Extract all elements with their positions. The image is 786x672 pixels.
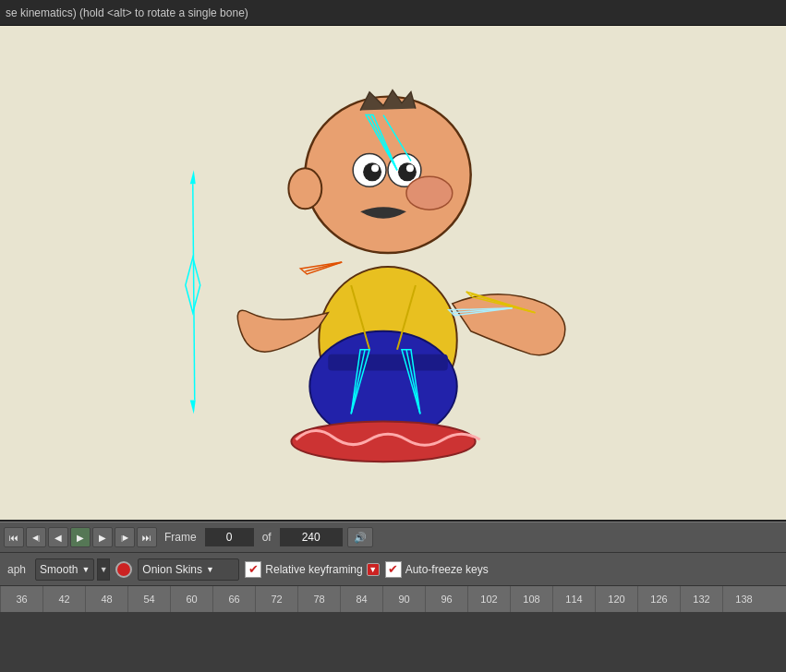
relative-keyframing-check-icon: ✔ [248,562,259,576]
timeline-tick[interactable]: 138 [722,586,765,612]
svg-marker-26 [351,350,369,414]
auto-freeze-checkbox[interactable]: ✔ [385,561,402,578]
smooth-extra-arrow[interactable]: ▼ [97,558,110,581]
skip-to-end-button[interactable]: ⏭ [137,527,157,547]
svg-line-17 [369,115,397,171]
frame-label: Frame [164,531,197,544]
timeline-tick[interactable]: 102 [467,586,510,612]
timeline-tick[interactable]: 108 [510,586,552,612]
svg-point-4 [398,162,417,181]
relative-keyframing-group: ✔ Relative keyframing ▼ [245,561,379,578]
svg-line-28 [453,308,513,313]
timeline-tick[interactable]: 120 [595,586,637,612]
timeline-tick[interactable]: 114 [552,586,595,612]
smooth-dropdown-arrow: ▼ [81,565,90,574]
record-button[interactable] [115,561,132,578]
svg-point-10 [309,331,456,442]
prev-frame-icon: ◀ [54,533,62,543]
smooth-label: Smooth [40,563,78,576]
relative-keyframing-checkbox[interactable]: ✔ [245,561,261,578]
timeline-tick[interactable]: 48 [85,586,127,612]
svg-point-9 [319,267,456,414]
auto-freeze-label: Auto-freeze keys [405,563,489,576]
prev-frame-button[interactable]: ◀ [48,527,68,547]
next-frame-button[interactable]: ▶ [92,527,113,547]
skip-start-icon: ⏮ [9,533,18,543]
svg-point-11 [291,421,475,462]
canvas-area: se kinematics) (hold <alt> to rotate a s… [0,0,786,522]
svg-point-2 [388,153,421,186]
svg-point-8 [288,168,321,209]
relative-keyframing-indicator-icon: ▼ [369,565,377,574]
transport-controls: ⏮ ◀| ◀ ▶ ▶ |▶ ⏭ [4,527,157,547]
timeline-numbers[interactable]: 3642485460667278849096102108114120126132… [0,586,786,612]
controls-row: aph Smooth ▼ ▼ Onion Skins ▼ ✔ Relative … [0,553,786,586]
timeline-tick[interactable]: 42 [42,586,85,612]
smooth-dropdown[interactable]: Smooth ▼ [35,558,94,581]
auto-freeze-group: ✔ Auto-freeze keys [385,561,489,578]
timeline-tick[interactable]: 54 [127,586,170,612]
timeline-tick[interactable]: 60 [170,586,212,612]
smooth-group: Smooth ▼ ▼ [35,558,110,581]
svg-marker-27 [402,350,420,414]
svg-point-0 [305,97,470,253]
timeline-tick[interactable]: 78 [297,586,340,612]
timeline-tick[interactable]: 36 [0,586,42,612]
next-frame-icon: ▶ [99,533,106,543]
skip-to-start-button[interactable]: ⏮ [4,527,24,547]
svg-line-13 [193,184,195,400]
onion-skins-dropdown[interactable]: Onion Skins ▼ [138,558,239,581]
timeline-row: 3642485460667278849096102108114120126132… [0,586,786,612]
svg-rect-12 [328,354,448,371]
svg-point-6 [406,164,414,172]
svg-point-5 [371,164,379,172]
smooth-extra-arrow-icon: ▼ [100,565,108,574]
svg-line-24 [351,350,365,414]
relative-keyframing-label: Relative keyframing [265,563,362,576]
svg-marker-14 [190,170,196,184]
svg-marker-29 [449,308,513,316]
timeline-tick[interactable]: 90 [382,586,425,612]
scene-overlay [0,0,786,520]
onion-skins-label: Onion Skins [142,563,202,576]
of-label: of [262,531,272,544]
timeline-tick[interactable]: 126 [637,586,680,612]
frame-input[interactable] [204,527,255,547]
svg-marker-23 [300,262,342,274]
onion-skins-group: Onion Skins ▼ [138,558,239,581]
next-key-button[interactable]: |▶ [115,527,135,547]
skip-end-icon: ⏭ [142,533,151,543]
auto-freeze-check-icon: ✔ [388,562,398,576]
svg-line-25 [406,350,420,414]
prev-key-button[interactable]: ◀| [26,527,46,547]
prev-key-icon: ◀| [32,534,40,542]
svg-point-1 [353,153,386,186]
svg-marker-15 [190,400,196,414]
timeline-tick[interactable]: 132 [680,586,722,612]
timeline-tick[interactable]: 96 [425,586,467,612]
svg-line-19 [383,115,411,162]
play-icon: ▶ [77,533,84,543]
onion-skins-arrow: ▼ [206,565,214,574]
svg-marker-21 [466,292,536,313]
timeline-tick[interactable]: 72 [255,586,297,612]
svg-marker-18 [366,115,397,171]
graph-label: aph [4,563,30,576]
total-frames-input[interactable] [279,527,344,547]
next-key-icon: |▶ [121,534,128,542]
svg-line-22 [305,262,342,271]
timeline-tick[interactable]: 66 [212,586,255,612]
status-bar: se kinematics) (hold <alt> to rotate a s… [0,0,786,26]
svg-point-3 [363,162,381,181]
svg-point-7 [406,176,453,210]
toolbar-row: ⏮ ◀| ◀ ▶ ▶ |▶ ⏭ Frame of 🔊 [0,522,786,553]
timeline-tick[interactable]: 84 [340,586,382,612]
sound-icon: 🔊 [354,532,367,544]
play-button[interactable]: ▶ [70,527,91,547]
svg-marker-16 [186,258,200,313]
sound-button[interactable]: 🔊 [347,527,373,547]
relative-keyframing-indicator: ▼ [367,563,380,576]
status-text: se kinematics) (hold <alt> to rotate a s… [6,6,248,19]
svg-line-20 [471,294,536,313]
